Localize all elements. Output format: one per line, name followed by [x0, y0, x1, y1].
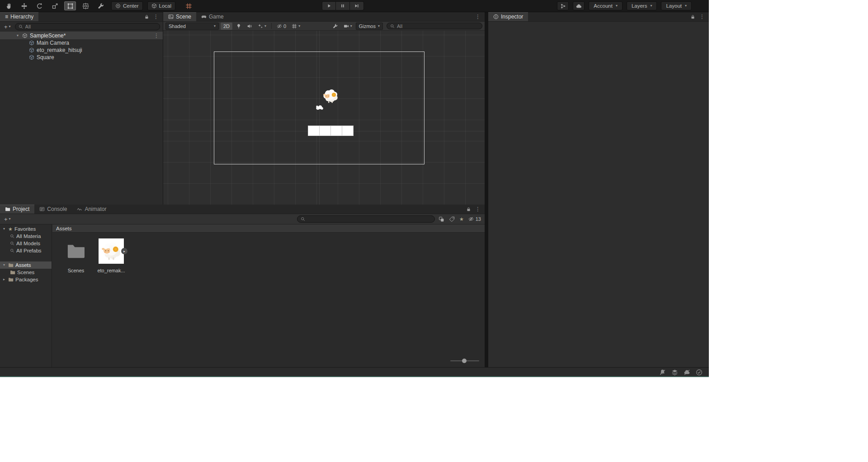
gizmos-dropdown[interactable]: Gizmos ▾	[356, 23, 383, 30]
foldout-open-icon[interactable]: ▾	[2, 227, 6, 231]
foldout-closed-icon[interactable]: ▸	[2, 278, 6, 281]
scale-tool-button[interactable]	[49, 1, 61, 10]
play-button[interactable]	[322, 1, 336, 10]
dropdown-caret-icon: ▾	[9, 25, 11, 28]
tab-console[interactable]: Console	[34, 205, 72, 214]
tile-cell	[331, 126, 342, 135]
kebab-menu-icon[interactable]: ⋮	[154, 33, 159, 38]
pivot-mode-button[interactable]: Center	[111, 1, 143, 10]
hierarchy-item-main-camera[interactable]: Main Camera	[0, 39, 163, 47]
create-asset-button[interactable]: + ▾	[3, 216, 12, 223]
lock-icon[interactable]	[690, 14, 695, 19]
scene-panel: Scene Game ⋮ Shaded ▾ 2D ▾	[163, 12, 485, 205]
sprite-expand-button[interactable]: ▸	[121, 248, 127, 254]
tile-platform-sprite[interactable]	[308, 126, 354, 136]
hierarchy-search-field[interactable]	[15, 23, 160, 30]
assets-grid[interactable]: Scenes ▸ eto_remak...	[52, 233, 485, 367]
project-search-field[interactable]	[297, 215, 435, 223]
tree-item-assets[interactable]: ▾ Assets	[0, 261, 52, 269]
tab-project[interactable]: Project	[0, 205, 34, 214]
2d-mode-toggle[interactable]: 2D	[221, 23, 232, 30]
play-mode-controls	[322, 1, 364, 10]
pivot-orientation-button[interactable]: Local	[147, 1, 176, 10]
transform-tool-button[interactable]	[80, 1, 91, 10]
version-control-icon	[560, 3, 566, 9]
scene-audio-toggle[interactable]	[245, 23, 254, 30]
search-by-type-icon[interactable]	[439, 216, 444, 222]
draw-mode-dropdown[interactable]: Shaded ▾	[165, 23, 219, 30]
tab-hierarchy[interactable]: ≡ Hierarchy	[0, 12, 38, 21]
tree-item-packages[interactable]: ▸ Packages	[0, 276, 52, 283]
project-search-input[interactable]	[307, 216, 431, 222]
save-search-icon[interactable]: ★	[459, 217, 464, 222]
scene-tool-settings-button[interactable]	[331, 23, 340, 30]
search-by-label-icon[interactable]	[449, 216, 455, 222]
hierarchy-scene-row[interactable]: ▾ SampleScene* ⋮	[0, 32, 163, 39]
tree-item-favorites[interactable]: ▾ ★ Favorites	[0, 225, 52, 233]
pause-button[interactable]	[336, 1, 350, 10]
packages-status-icon[interactable]	[671, 369, 678, 376]
scene-effects-dropdown[interactable]: ▾	[256, 23, 268, 30]
progress-idle-icon[interactable]	[696, 369, 703, 376]
inspector-tab-actions: ⋮	[690, 12, 709, 21]
kebab-menu-icon[interactable]: ⋮	[699, 14, 705, 19]
hierarchy-item-eto-remake-hitsuji[interactable]: eto_remake_hitsuji	[0, 47, 163, 54]
draw-mode-label: Shaded	[169, 23, 186, 29]
foldout-open-icon[interactable]: ▾	[15, 34, 20, 37]
kebab-menu-icon[interactable]: ⋮	[153, 14, 159, 19]
kebab-menu-icon[interactable]: ⋮	[475, 14, 481, 19]
lock-icon[interactable]	[144, 14, 149, 19]
scene-search-field[interactable]	[387, 23, 482, 29]
hidden-packages-count[interactable]: 13	[468, 216, 481, 222]
dropdown-caret-icon: ▾	[685, 4, 687, 8]
slider-knob[interactable]	[462, 359, 467, 363]
create-menu-button[interactable]: + ▾	[3, 23, 12, 30]
tab-scene[interactable]: Scene	[163, 12, 196, 21]
breadcrumb[interactable]: Assets	[52, 224, 485, 233]
asset-item-scenes-folder[interactable]: Scenes	[61, 238, 90, 273]
toolbar-right-group: Account ▾ Layers ▾ Layout ▾	[557, 1, 692, 10]
lock-icon[interactable]	[466, 207, 471, 212]
dropdown-caret-icon: ▾	[378, 24, 380, 28]
tab-game[interactable]: Game	[196, 12, 229, 21]
tab-animator[interactable]: Animator	[72, 205, 111, 214]
puff-sprite[interactable]	[316, 104, 323, 110]
sheep-sprite[interactable]	[321, 87, 340, 105]
thumbnail-zoom-slider[interactable]	[450, 358, 479, 364]
scene-viewport[interactable]	[163, 31, 485, 205]
tree-item-all-models[interactable]: All Models	[0, 240, 52, 247]
rotate-tool-button[interactable]	[33, 1, 45, 10]
account-dropdown[interactable]: Account ▾	[589, 1, 623, 10]
tree-item-scenes[interactable]: Scenes	[0, 269, 52, 276]
foldout-open-icon[interactable]: ▾	[2, 263, 6, 267]
rect-tool-button[interactable]	[64, 1, 76, 10]
version-control-button[interactable]	[557, 1, 569, 10]
hierarchy-item-square[interactable]: Square	[0, 54, 163, 61]
tree-item-all-materials[interactable]: All Materia	[0, 233, 52, 240]
layout-dropdown[interactable]: Layout ▾	[661, 1, 692, 10]
scene-toolbar: Shaded ▾ 2D ▾ 0 ▾ ▾	[163, 22, 485, 31]
cloud-services-button[interactable]	[573, 1, 585, 10]
custom-tool-button[interactable]	[95, 1, 107, 10]
step-button[interactable]	[350, 1, 364, 10]
scene-visibility-toggle[interactable]: 0	[275, 23, 288, 30]
cube-icon	[151, 3, 157, 9]
scene-lighting-toggle[interactable]	[234, 23, 243, 30]
search-icon	[19, 24, 23, 29]
grid-snapping-button[interactable]	[183, 1, 194, 10]
scene-camera-settings-dropdown[interactable]: ▾	[342, 23, 354, 30]
move-tool-button[interactable]	[18, 1, 30, 10]
asset-item-eto-remake-sprite[interactable]: ▸ eto_remak...	[97, 238, 126, 273]
kebab-menu-icon[interactable]: ⋮	[475, 206, 481, 212]
hierarchy-search-input[interactable]	[25, 24, 156, 29]
folder-icon	[10, 270, 15, 275]
dropdown-caret-icon: ▾	[298, 24, 300, 28]
tree-item-all-prefabs[interactable]: All Prefabs	[0, 247, 52, 254]
grid-visibility-dropdown[interactable]: ▾	[290, 23, 302, 30]
layers-dropdown[interactable]: Layers ▾	[627, 1, 657, 10]
view-tool-button[interactable]	[3, 1, 14, 10]
notifications-muted-icon[interactable]	[659, 369, 666, 376]
cloud-offline-icon[interactable]	[684, 369, 690, 376]
scene-search-input[interactable]	[397, 23, 479, 29]
tab-inspector[interactable]: Inspector	[488, 12, 528, 21]
